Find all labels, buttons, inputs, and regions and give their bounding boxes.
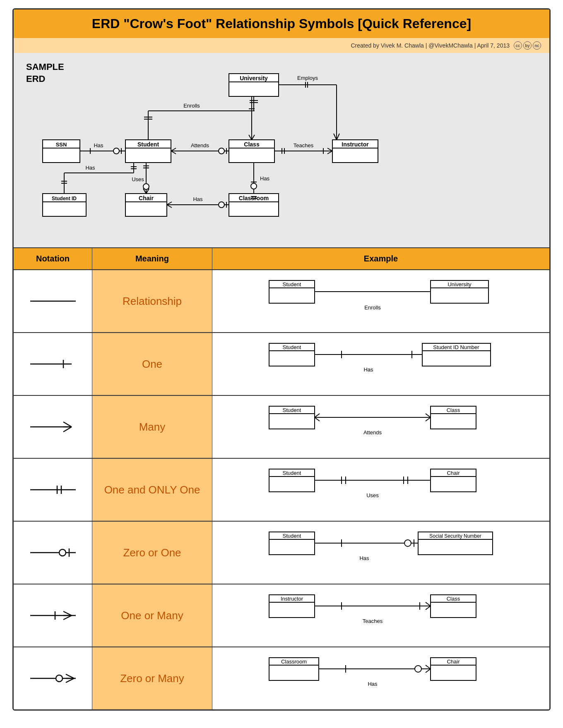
svg-point-49 [219,148,224,154]
svg-text:Has: Has [260,175,270,182]
example-svg-one-only: Student Chair Uses [221,465,541,515]
svg-text:Chair: Chair [139,195,154,201]
svg-text:Instructor: Instructor [281,596,303,602]
svg-line-126 [315,417,320,421]
example-zero-many: Classroom Chair Has [212,647,549,709]
svg-text:Uses: Uses [366,492,379,498]
svg-line-115 [63,422,72,427]
cc-icons: cc by nc [514,41,541,50]
example-zero-one: Student Social Security Number Has [212,522,549,584]
svg-point-180 [56,675,63,682]
meaning-text-relationship: Relationship [123,295,182,308]
example-one-only: Student Chair Uses [212,459,549,521]
svg-text:Teaches: Teaches [363,618,383,624]
svg-text:Student: Student [283,344,301,350]
notation-svg-one [26,354,80,374]
meaning-zero-one: Zero or One [92,522,212,584]
svg-text:Chair: Chair [447,659,460,665]
notation-svg-zero-many [26,668,80,689]
svg-text:Has: Has [363,366,373,373]
svg-line-194 [426,669,431,673]
svg-line-36 [334,134,337,140]
notation-svg-zero-one [26,542,80,563]
svg-point-71 [219,202,224,208]
example-svg-relationship: Student University Enrolls [221,276,541,326]
notation-svg-many [26,417,80,437]
svg-text:University: University [240,75,268,81]
svg-text:Classroom: Classroom [281,659,307,665]
meaning-one: One [92,333,212,395]
svg-text:Attends: Attends [191,142,209,148]
row-many: Many Student Class [14,396,549,459]
svg-text:Has: Has [368,681,378,687]
notation-relationship [14,270,92,332]
svg-text:Social Security Number: Social Security Number [429,533,481,539]
meaning-zero-many: Zero or Many [92,647,212,709]
ex-label: Student [283,281,301,287]
svg-text:Has: Has [359,555,369,561]
svg-text:Student: Student [283,407,301,413]
svg-text:Has: Has [94,142,103,148]
svg-text:Has: Has [85,165,95,171]
header-meaning: Meaning [92,248,212,269]
svg-text:Employs: Employs [297,75,318,81]
svg-text:Enrolls: Enrolls [364,304,381,311]
svg-line-37 [337,134,339,140]
example-svg-many: Student Class Attends [221,402,541,452]
meaning-many: Many [92,396,212,458]
svg-point-148 [59,549,66,556]
svg-line-46 [171,148,176,151]
svg-line-68 [167,202,172,205]
meaning-text-one-only: One and ONLY One [104,484,200,496]
notation-zero-one [14,522,92,584]
cc-icon: cc [514,41,522,50]
nc-icon: nc [533,41,541,50]
row-zero-one: Zero or One Student Social Security Numb… [14,522,549,584]
svg-text:Attends: Attends [363,429,382,436]
svg-line-116 [63,427,72,432]
svg-line-125 [315,414,320,417]
svg-line-92 [252,135,255,140]
svg-line-174 [426,602,431,606]
example-one-many: Instructor Class Teaches [212,584,549,647]
svg-point-75 [251,183,257,189]
notation-svg-one-only [26,479,80,500]
svg-text:Class: Class [447,407,460,413]
svg-line-164 [63,615,72,620]
table-header: Notation Meaning Example [14,248,549,270]
erd-svg: University Student SSN Class Instructor [26,61,537,235]
svg-text:Student: Student [283,470,301,476]
svg-line-129 [426,417,431,421]
svg-point-158 [404,540,411,546]
meaning-relationship: Relationship [92,270,212,332]
table-section: Notation Meaning Example Relationship St… [14,248,549,709]
meaning-text-many: Many [139,421,166,433]
svg-line-181 [66,674,74,678]
notation-svg-one-many [26,605,80,626]
example-svg-zero-many: Classroom Chair Has [221,654,541,703]
example-svg-one: Student Student ID Number Has [221,339,541,389]
example-many: Student Class Attends [212,396,549,458]
example-relationship: Student University Enrolls [212,270,549,332]
svg-text:Student: Student [137,141,159,148]
notation-one-only [14,459,92,521]
svg-text:Student ID Number: Student ID Number [433,344,479,350]
example-svg-one-many: Instructor Class Teaches [221,591,541,640]
row-one-many: One or Many Instructor Class [14,584,549,647]
notation-zero-many [14,647,92,709]
meaning-text-zero-many: Zero or Many [120,672,184,685]
subtitle-bar: Created by Vivek M. Chawla | @VivekMChaw… [14,38,549,53]
svg-line-55 [327,148,332,151]
svg-text:SSN: SSN [56,141,67,148]
svg-text:Teaches: Teaches [294,142,314,148]
example-svg-zero-one: Student Social Security Number Has [221,528,541,577]
svg-point-192 [415,666,421,672]
row-one-only: One and ONLY One Student Chair [14,459,549,522]
row-relationship: Relationship Student University Enrolls [14,270,549,333]
svg-line-91 [249,135,252,140]
subtitle-text: Created by Vivek M. Chawla | @VivekMChaw… [351,42,510,49]
svg-text:Class: Class [447,596,460,602]
svg-text:University: University [448,281,472,287]
row-one: One Student Student ID Number Has [14,333,549,396]
svg-text:Student ID: Student ID [52,196,77,201]
